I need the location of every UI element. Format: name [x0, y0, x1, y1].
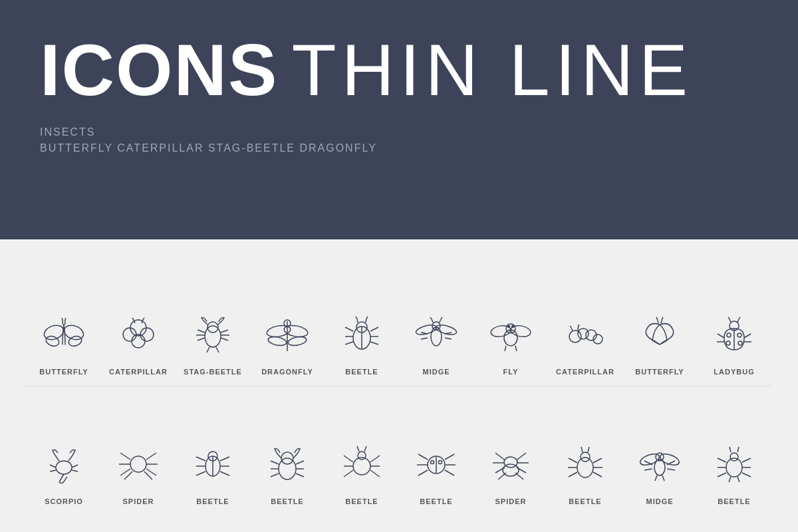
- icon-row-1: BUTTERFLY CATERPILLAR: [27, 259, 771, 382]
- list-item: CATERPILLAR: [105, 308, 172, 376]
- svg-point-28: [512, 325, 514, 327]
- row-divider: [27, 386, 771, 386]
- icon-label: FLY: [503, 368, 519, 376]
- ladybug-icon: [708, 308, 761, 361]
- list-item: BEETLE: [701, 438, 767, 505]
- beetle6-icon: [559, 438, 612, 491]
- icon-label: CATERPILLAR: [556, 368, 614, 376]
- list-item: DRAGONFLY: [254, 308, 321, 376]
- svg-point-47: [358, 452, 366, 460]
- list-item: BEETLE: [329, 308, 395, 376]
- list-item: BEETLE: [552, 438, 618, 505]
- list-item: FLY: [477, 308, 544, 376]
- icon-label: SPIDER: [123, 497, 154, 505]
- icon-label: LADYBUG: [714, 368, 754, 376]
- svg-point-3: [67, 334, 83, 348]
- icon-label: MIDGE: [646, 497, 673, 505]
- category-label: INSECTS: [40, 126, 758, 138]
- list-item: BUTTERFLY: [626, 308, 693, 376]
- svg-point-61: [730, 453, 738, 461]
- beetle5-icon: [410, 438, 463, 491]
- butterfly2-icon: [633, 308, 686, 361]
- svg-point-39: [56, 461, 72, 474]
- beetle2-icon: [186, 438, 239, 491]
- icons-section: BUTTERFLY CATERPILLAR: [0, 239, 798, 532]
- fly-icon: [484, 308, 537, 361]
- list-item: BEETLE: [403, 438, 469, 505]
- svg-point-46: [353, 458, 370, 475]
- svg-point-21: [415, 323, 438, 336]
- icon-label: BUTTERFLY: [635, 368, 684, 376]
- list-item: BEETLE: [329, 438, 395, 505]
- beetle7-icon: [708, 438, 761, 491]
- icon-label: BEETLE: [345, 497, 378, 505]
- butterfly-icon: [37, 308, 90, 361]
- icon-label: CATERPILLAR: [109, 368, 168, 376]
- midge-icon: [410, 308, 463, 361]
- list-item: SCORPIO: [31, 438, 97, 505]
- icon-label: BEETLE: [345, 368, 378, 376]
- list-item: STAG-BEETLE: [180, 308, 246, 376]
- svg-point-2: [45, 334, 61, 348]
- svg-point-50: [439, 461, 442, 464]
- icon-label: STAG-BEETLE: [184, 368, 242, 376]
- scorpio-icon: [37, 438, 90, 491]
- list-item: MIDGE: [626, 438, 693, 505]
- icon-label: BEETLE: [718, 497, 750, 505]
- beetle3-icon: [261, 438, 314, 491]
- icon-label: BEETLE: [196, 497, 229, 505]
- list-item: MIDGE: [403, 308, 469, 376]
- icon-label: SCORPIO: [45, 497, 83, 505]
- list-item: CATERPILLAR: [552, 308, 618, 376]
- svg-point-14: [287, 335, 307, 346]
- dragonfly-icon: [261, 308, 314, 361]
- svg-point-54: [577, 458, 593, 477]
- icon-label: MIDGE: [422, 368, 450, 376]
- list-item: SPIDER: [105, 438, 172, 505]
- icon-label: BEETLE: [271, 497, 303, 505]
- svg-point-37: [726, 341, 730, 345]
- svg-point-23: [504, 330, 517, 346]
- icon-label: BEETLE: [569, 497, 601, 505]
- svg-point-22: [435, 323, 458, 336]
- svg-point-49: [431, 461, 434, 464]
- icon-label: BUTTERFLY: [39, 368, 88, 376]
- stag-beetle-icon: [186, 308, 239, 361]
- list-item: SPIDER: [477, 438, 544, 505]
- list-item: BEETLE: [254, 438, 321, 505]
- svg-point-38: [738, 341, 742, 345]
- svg-point-6: [132, 334, 145, 348]
- spider2-icon: [484, 438, 537, 491]
- svg-point-35: [727, 333, 731, 337]
- svg-point-8: [205, 326, 221, 347]
- list-item: BEETLE: [180, 438, 246, 505]
- svg-point-27: [508, 325, 510, 327]
- icon-label: DRAGONFLY: [261, 368, 313, 376]
- svg-point-55: [581, 452, 590, 462]
- items-label: BUTTERFLY CATERPILLAR STAG-BEETLE DRAGON…: [40, 142, 758, 154]
- svg-point-53: [503, 464, 519, 476]
- svg-point-4: [130, 320, 146, 336]
- icon-label: SPIDER: [495, 497, 527, 505]
- title-thin: THIN LINE: [291, 33, 693, 106]
- svg-point-13: [267, 335, 287, 346]
- title-bold: ICONS: [40, 33, 278, 106]
- svg-point-29: [569, 331, 581, 342]
- list-item: BUTTERFLY: [31, 308, 97, 376]
- beetle4-icon: [335, 438, 388, 491]
- svg-point-52: [504, 457, 517, 467]
- spider1-icon: [112, 438, 165, 491]
- icon-label: BEETLE: [420, 497, 452, 505]
- midge2-icon: [633, 438, 686, 491]
- caterpillar-icon: [112, 308, 165, 361]
- beetle-icon: [335, 308, 388, 361]
- list-item: LADYBUG: [701, 308, 767, 376]
- svg-point-40: [130, 456, 146, 472]
- icon-row-2: SCORPIO SPIDER: [27, 390, 771, 513]
- caterpillar2-icon: [559, 308, 612, 361]
- svg-point-44: [279, 458, 296, 479]
- svg-point-36: [737, 333, 741, 337]
- header-section: ICONS THIN LINE INSECTS BUTTERFLY CATERP…: [0, 0, 798, 239]
- header-title: ICONS THIN LINE: [40, 33, 758, 106]
